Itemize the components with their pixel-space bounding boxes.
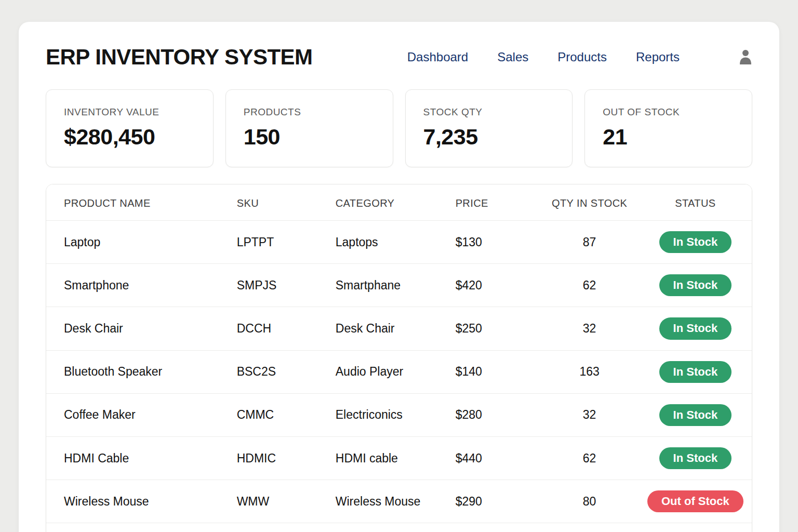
cell-sku: STFFB — [237, 523, 336, 532]
stat-card-inventory-value: INVENTORY VALUE $280,450 — [46, 89, 214, 167]
cell-qty: 62 — [540, 436, 639, 480]
nav-item-reports[interactable]: Reports — [636, 50, 680, 64]
cell-product-name: Laptop — [46, 221, 237, 264]
nav-item-sales[interactable]: Sales — [497, 50, 528, 64]
cell-price: $280 — [456, 393, 540, 436]
column-header-price: PRICE — [456, 184, 540, 221]
stat-label: INVENTORY VALUE — [64, 107, 195, 118]
cell-price: $290 — [456, 480, 540, 523]
cell-category: Laptops — [336, 221, 456, 264]
cell-category: Smartphane — [336, 264, 456, 307]
cell-qty: 80 — [540, 480, 639, 523]
cell-status: In Stock — [639, 307, 752, 350]
column-header-status: STATUS — [639, 184, 752, 221]
cell-status: In Stock — [639, 393, 752, 436]
column-header-sku: SKU — [237, 184, 336, 221]
stat-label: PRODUCTS — [244, 107, 375, 118]
cell-qty: 87 — [540, 221, 639, 264]
page-title: ERP INVENTORY SYSTEM — [46, 45, 313, 70]
cell-status: Out of Stock — [639, 480, 752, 523]
column-header-product-name: PRODUCT NAME — [46, 184, 237, 221]
stat-cards: INVENTORY VALUE $280,450 PRODUCTS 150 ST… — [46, 89, 752, 167]
cell-sku: SMPJS — [237, 264, 336, 307]
nav-item-dashboard[interactable]: Dashboard — [407, 50, 468, 64]
status-badge: Out of Stock — [647, 490, 743, 512]
cell-product-name: Desk Chair — [46, 307, 237, 350]
cell-status: In Stock — [639, 350, 752, 393]
table-row: HDMI Cable HDMIC HDMI cable $440 62 In S… — [46, 436, 752, 480]
cell-price: $440 — [456, 436, 540, 480]
stat-value: 7,235 — [423, 124, 555, 150]
nav-item-products[interactable]: Products — [557, 50, 607, 64]
table-row: Laptop LPTPT Laptops $130 87 In Stock — [46, 221, 752, 264]
cell-price: $420 — [456, 264, 540, 307]
cell-status: In Stock — [639, 264, 752, 307]
stat-value: 21 — [603, 124, 734, 150]
cell-category: Wireless Mouse — [336, 480, 456, 523]
cell-category: HDMI cable — [336, 436, 456, 480]
cell-product-name: Bluetooth Speaker — [46, 350, 237, 393]
cell-sku: DCCH — [237, 307, 336, 350]
cell-sku: HDMIC — [237, 436, 336, 480]
status-badge: In Stock — [659, 404, 732, 426]
column-header-category: CATEGORY — [336, 184, 456, 221]
status-badge: In Stock — [659, 274, 732, 296]
cell-sku: CMMC — [237, 393, 336, 436]
stat-card-products: PRODUCTS 150 — [225, 89, 393, 167]
table-row: Coffee Maker CMMC Electriconics $280 32 … — [46, 393, 752, 436]
cell-qty: 62 — [540, 264, 639, 307]
cell-category: Stuffed Bear — [336, 523, 456, 532]
cell-price: $250 — [456, 307, 540, 350]
main-panel: ERP INVENTORY SYSTEM Dashboard Sales Pro… — [19, 22, 779, 532]
cell-qty: 32 — [540, 307, 639, 350]
cell-category: Audio Player — [336, 350, 456, 393]
table-row: Desk Chair DCCH Desk Chair $250 32 In St… — [46, 307, 752, 350]
cell-price: $140 — [456, 350, 540, 393]
cell-qty: 15 — [540, 523, 639, 532]
cell-product-name: HDMI Cable — [46, 436, 237, 480]
stat-label: STOCK QTY — [423, 107, 555, 118]
inventory-table: PRODUCT NAME SKU CATEGORY PRICE QTY IN S… — [46, 184, 752, 532]
cell-status: In Stock — [639, 436, 752, 480]
cell-qty: 32 — [540, 393, 639, 436]
cell-sku: WMW — [237, 480, 336, 523]
stat-card-out-of-stock: OUT OF STOCK 21 — [584, 89, 752, 167]
cell-product-name: Wireless Mouse — [46, 480, 237, 523]
cell-product-name: Smartphone — [46, 264, 237, 307]
table-row: Bluetooth Speaker BSC2S Audio Player $14… — [46, 350, 752, 393]
status-badge: In Stock — [659, 447, 732, 469]
cell-sku: LPTPT — [237, 221, 336, 264]
stat-value: $280,450 — [64, 124, 195, 150]
stat-label: OUT OF STOCK — [603, 107, 734, 118]
cell-product-name: Stuffed Bear — [46, 523, 237, 532]
status-badge: In Stock — [659, 317, 732, 339]
stat-value: 150 — [244, 124, 375, 150]
cell-product-name: Coffee Maker — [46, 393, 237, 436]
cell-sku: BSC2S — [237, 350, 336, 393]
table-row: Stuffed Bear STFFB Stuffed Bear $12 15 D… — [46, 523, 752, 532]
table-row: Smartphone SMPJS Smartphane $420 62 In S… — [46, 264, 752, 307]
table-header-row: PRODUCT NAME SKU CATEGORY PRICE QTY IN S… — [46, 184, 752, 221]
table-row: Wireless Mouse WMW Wireless Mouse $290 8… — [46, 480, 752, 523]
cell-status: In Stock — [639, 221, 752, 264]
cell-category: Desk Chair — [336, 307, 456, 350]
cell-category: Electriconics — [336, 393, 456, 436]
cell-price: $12 — [456, 523, 540, 532]
cell-status: Dust — [639, 523, 752, 532]
status-badge: In Stock — [659, 231, 732, 253]
main-nav: Dashboard Sales Products Reports — [407, 49, 752, 65]
status-badge: In Stock — [659, 361, 732, 383]
stat-card-stock-qty: STOCK QTY 7,235 — [405, 89, 573, 167]
cell-price: $130 — [456, 221, 540, 264]
inventory-table-body: Laptop LPTPT Laptops $130 87 In Stock Sm… — [46, 221, 752, 532]
user-icon[interactable] — [739, 49, 752, 65]
column-header-qty-in-stock: QTY IN STOCK — [540, 184, 639, 221]
app-header: ERP INVENTORY SYSTEM Dashboard Sales Pro… — [46, 45, 752, 70]
cell-qty: 163 — [540, 350, 639, 393]
